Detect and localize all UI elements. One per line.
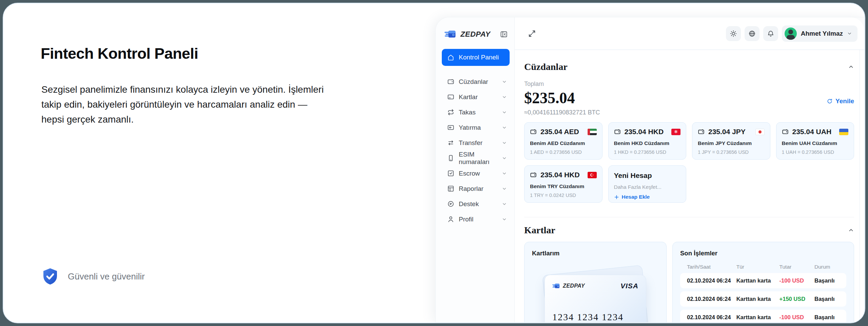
my-cards-title: Kartlarım [532,250,659,257]
trust-label: Güvenli ve güvenilir [68,271,145,282]
collapse-wallets-chevron-up-icon[interactable] [848,64,854,70]
sidebar-item-kontrol-paneli[interactable]: Kontrol Paneli [442,49,510,66]
brand-name: ZEDPAY [563,283,585,289]
sidebar-item-label: Kartlar [459,93,478,101]
transaction-row[interactable]: 02.10.2024 06:24 Karttan karta +150 USD … [680,291,846,307]
wallet-card-jpy[interactable]: 235.04 JPY Benim JPY Cüzdanım 1 JPY = 0.… [692,122,770,160]
total-value: $235.04 [524,89,600,107]
brand-logo[interactable]: ZEDPAY [445,30,490,39]
sidebar-item-profil[interactable]: Profil [442,212,510,227]
chevron-down-icon [502,171,507,176]
user-icon [447,216,454,223]
sidebar-item-raporlar[interactable]: Raporlar [442,181,510,196]
support-chat-icon [447,200,454,207]
add-account-button[interactable]: Hesap Ekle [614,194,681,200]
wallet-card-try[interactable]: 235.04 HKD Benim TRY Cüzdanım 1 TRY = 0.… [524,165,603,203]
card-number: 1234 1234 1234 1234 [552,312,638,322]
chevron-down-icon [502,125,507,130]
transactions-table-header: Tarih/Saat Tür Tutar Durum [680,264,846,270]
brand-name: ZEDPAY [460,30,490,39]
chevron-down-icon [502,201,507,206]
wallet-name: Benim JPY Cüzdanım [698,140,765,146]
sidebar: ZEDPAY Kontrol Paneli [436,17,515,322]
wallet-amount: 235.04 AED [540,128,579,136]
cards-section-title: Kartlar [524,225,555,236]
wallets-section-header: Cüzdanlar [524,61,854,72]
transactions-panel: Son İşlemler Tarih/Saat Tür Tutar Durum … [672,242,854,322]
wallets-total-block: Toplam $235.04 ≈0,0041611190832721 BTC Y… [524,80,854,116]
tx-amount: +150 USD [780,296,814,302]
sidebar-item-kartlar[interactable]: Kartlar [442,89,510,105]
dashboard-content: Cüzdanlar Toplam $235.04 ≈0,004161119083… [515,50,864,322]
user-menu[interactable]: Ahmet Yılmaz [782,25,857,42]
wallet-name: Benim AED Cüzdanım [530,140,597,146]
tx-type: Karttan karta [736,277,780,284]
dashboard-app-panel: ZEDPAY Kontrol Paneli [435,17,865,323]
sidebar-item-transfer[interactable]: Transfer [442,135,510,150]
plus-icon [614,195,619,200]
sidebar-item-label: Transfer [459,139,482,147]
wallet-rate: 1 HKD = 0.273656 USD [614,149,681,155]
tx-date: 02.10.2024 06:24 [687,314,736,321]
sidebar-item-destek[interactable]: Destek [442,196,510,212]
zedpay-logo-icon [445,30,458,39]
collapse-sidebar-button[interactable] [499,30,508,39]
sidebar-item-label: Cüzdanlar [459,78,488,86]
sidebar-item-label: Escrow [459,170,480,177]
wallet-cards-grid: 235.04 AED Benim AED Cüzdanım 1 AED = 0.… [524,122,854,203]
theme-toggle-button[interactable] [726,26,741,41]
tx-amount: -100 USD [780,314,814,321]
wallet-rate: 1 UAH = 0.273656 USD [782,149,849,155]
refresh-button[interactable]: Yenile [827,86,854,116]
sidebar-item-takas[interactable]: Takas [442,105,510,120]
notifications-button[interactable] [763,26,778,41]
hong-kong-flag-icon [671,129,680,135]
sidebar-item-label: Destek [459,200,479,208]
wallet-card-uah[interactable]: 235.04 UAH Benim UAH Cüzdanım 1 UAH = 0.… [776,122,854,160]
theme-sun-icon [730,30,737,37]
tx-type: Karttan karta [736,296,780,302]
total-label: Toplam [524,80,600,88]
collapse-cards-chevron-up-icon[interactable] [848,227,854,233]
scrollbar[interactable] [860,50,864,322]
tx-status: Başarılı [814,277,846,284]
sidebar-item-yatirma[interactable]: Yatırma [442,120,510,135]
sidebar-item-label: Profil [459,216,473,223]
uae-flag-icon [588,129,597,135]
transaction-row[interactable]: 02.10.2024 06:24 Karttan karta -100 USD … [680,310,846,322]
app-header: Ahmet Yılmaz [515,17,864,50]
tx-date: 02.10.2024 06:24 [687,296,736,302]
wallet-icon [698,128,705,135]
sidebar-item-cuzdanlar[interactable]: Cüzdanlar [442,74,510,89]
my-cards-panel: Kartlarım [524,242,667,322]
swap-icon [447,109,454,116]
sidebar-item-label: Raporlar [459,185,484,193]
tx-status: Başarılı [814,296,846,302]
check-square-icon [447,170,454,177]
main-area: Ahmet Yılmaz Cüzdanlar Toplam [515,17,864,322]
new-account-card[interactable]: Yeni Hesap Daha Fazla Keşfet... Hesap Ek… [608,165,687,203]
sidebar-item-esim-numaralari[interactable]: ESIM numaraları [442,150,510,166]
column-header-date: Tarih/Saat [687,264,736,270]
sidebar-item-label: Yatırma [459,124,481,131]
sidebar-item-label: ESIM numaraları [459,151,497,166]
credit-card-icon [447,93,454,101]
wallet-name: Benim HKD Cüzdanım [614,140,681,146]
wallet-card-aed[interactable]: 235.04 AED Benim AED Cüzdanım 1 AED = 0.… [524,122,603,160]
expand-icon[interactable] [528,29,536,38]
wallet-icon [614,128,621,135]
transaction-row[interactable]: 02.10.2024 06:24 Karttan karta -100 USD … [680,273,846,288]
language-button[interactable] [745,26,760,41]
smartphone-icon [447,155,454,162]
wallet-card-hkd[interactable]: 235.04 HKD Benim HKD Cüzdanım 1 HKD = 0.… [608,122,687,160]
chevron-down-icon [502,110,507,115]
globe-icon [748,30,756,37]
bank-card-visual: ZEDPAY VISA 1234 1234 1234 1234 [545,275,646,322]
tx-type: Karttan karta [736,314,780,321]
sidebar-item-escrow[interactable]: Escrow [442,166,510,181]
reports-icon [447,185,454,192]
chevron-down-icon [502,186,507,191]
transactions-title: Son İşlemler [680,250,846,257]
sidebar-item-label: Kontrol Paneli [459,54,499,61]
chevron-down-icon [502,94,507,99]
